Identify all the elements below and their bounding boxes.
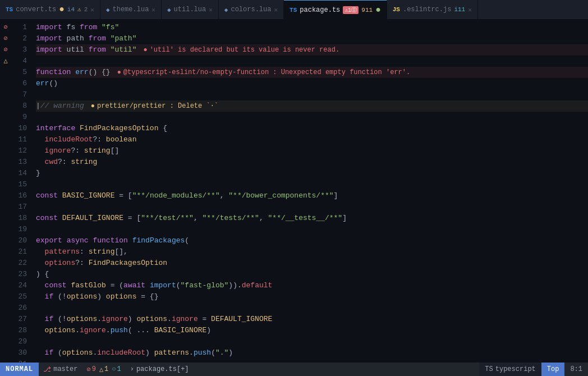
gutter-line-5: ⊘ [0, 44, 11, 56]
gutter-line-8: △ [0, 56, 11, 67]
line-num-5: 5 [11, 67, 31, 78]
code-editor[interactable]: import fs from "fs" import path from "pa… [31, 20, 588, 363]
line-num-17: 17 [11, 201, 31, 213]
warning-count: △ 1 [99, 365, 108, 374]
diag-line-8: ● prettier/prettier : Delete `·` [91, 100, 218, 112]
line-num-29: 29 [11, 336, 31, 347]
line-num-21: 21 [11, 246, 31, 258]
gutter-line-1: ⊘ [0, 22, 11, 33]
tab-close-icon[interactable]: ✕ [151, 6, 155, 13]
code-line-19 [36, 224, 588, 235]
branch-name: master [53, 365, 77, 373]
tab-eslintrc-js[interactable]: JS .eslintrc.js i11 ✕ [387, 0, 478, 20]
diag-line-3: ● 'util' is declared but its value is ne… [143, 44, 339, 56]
tab-label: colors.lua [231, 6, 271, 13]
line-num-24: 24 [11, 280, 31, 291]
tab-convert-ts[interactable]: TS convert.ts ● i4 ⚠ 2 ✕ [0, 0, 100, 20]
error-badge: ⚠1⓪ [343, 6, 359, 14]
code-line-23: ) { [36, 269, 588, 280]
error-count: ⊘ 9 [86, 365, 95, 374]
code-line-6: err() [36, 78, 588, 89]
tab-close-icon[interactable]: ✕ [209, 6, 213, 13]
tab-bar: TS convert.ts ● i4 ⚠ 2 ✕ ◆ theme.lua ✕ ◆… [0, 0, 588, 20]
line-num-28: 28 [11, 325, 31, 336]
code-line-22: options?: FindPackagesOption [36, 258, 588, 269]
warning-count: i4 [67, 6, 75, 13]
status-top: Top [541, 363, 565, 376]
code-line-26 [36, 302, 588, 314]
ts-status: TS typescript [479, 363, 541, 376]
line-num-25: 25 [11, 291, 31, 302]
line-num-19: 19 [11, 224, 31, 235]
code-line-9 [36, 112, 588, 123]
code-line-18: const DEFAULT_IGNORE = ["**/test/**", "*… [36, 213, 588, 224]
code-line-28: options.ignore.push( ... BASIC_IGNORE) [36, 325, 588, 336]
code-line-14: } [36, 168, 588, 179]
code-line-15 [36, 179, 588, 190]
code-line-31 [36, 359, 588, 363]
line-num-4: 4 [11, 56, 31, 67]
git-branch-icon: ⎇ [43, 365, 51, 374]
tab-theme-lua[interactable]: ◆ theme.lua ✕ [100, 0, 162, 20]
line-num-6: 6 [11, 78, 31, 89]
code-line-12: ignore?: string[] [36, 145, 588, 157]
status-path: › package.ts[+] [126, 365, 194, 373]
line-num-23: 23 [11, 269, 31, 280]
line-num-3: 3 [11, 44, 31, 56]
line-num-20: 20 [11, 235, 31, 246]
line-numbers: 1 2 3 4 5 6 7 8 9 10 11 12 13 14 15 16 1… [11, 20, 31, 363]
warning-icon: ⚠ [77, 7, 81, 13]
lua-lang-icon: ◆ [106, 6, 110, 13]
tab-close-icon[interactable]: ✕ [90, 6, 94, 13]
code-line-20: export async function findPackages( [36, 235, 588, 246]
line-num-1: 1 [11, 22, 31, 33]
line-num-8: 8 [11, 100, 31, 112]
line-num-31: 31 [11, 359, 31, 363]
ts-lang-icon: TS [290, 7, 297, 13]
tab-util-lua[interactable]: ◆ util.lua ✕ [162, 0, 219, 20]
tab-label: util.lua [174, 6, 206, 13]
line-num-11: 11 [11, 134, 31, 145]
tab-colors-lua[interactable]: ◆ colors.lua ✕ [219, 0, 284, 20]
line-num-10: 10 [11, 123, 31, 134]
ts-status-icon: TS [485, 365, 493, 373]
line-num-16: 16 [11, 190, 31, 201]
tab-close-icon[interactable]: ✕ [274, 6, 278, 13]
code-line-3: import util from "util" ● 'util' is decl… [36, 44, 588, 56]
line-num-27: 27 [11, 314, 31, 325]
tab-label: package.ts [300, 6, 340, 14]
number-2: 2 [84, 6, 88, 13]
code-line-1: import fs from "fs" [36, 22, 588, 33]
js-lang-icon: JS [393, 6, 400, 13]
code-line-11: includeRoot?: boolean [36, 134, 588, 145]
tab-label: convert.ts [16, 6, 56, 13]
line-num-9: 9 [11, 112, 31, 123]
tab-label: .eslintrc.js [403, 6, 451, 13]
line-num-18: 18 [11, 213, 31, 224]
code-line-4 [36, 56, 588, 67]
tab-package-ts[interactable]: TS package.ts ⚠1⓪ 911 ● [284, 0, 387, 20]
circle-icon: ○ [112, 365, 116, 373]
code-line-10: interface FindPackagesOption { [36, 123, 588, 134]
warning-count: 911 [361, 7, 373, 13]
status-right: TS typescript Top 8:1 [479, 363, 588, 376]
status-dot: ● [375, 5, 381, 15]
tab-label: theme.lua [113, 6, 149, 13]
line-num-2: 2 [11, 33, 31, 44]
code-line-5: function err() {} ● @typescript-eslint/n… [36, 67, 588, 78]
code-line-21: patterns: string[], [36, 246, 588, 258]
info-count: ○ 1 [112, 365, 121, 373]
status-bar: NORMAL ⎇ master ⊘ 9 △ 1 ○ 1 › package.ts… [0, 363, 588, 376]
tab-close-icon[interactable]: ✕ [468, 6, 472, 13]
gutter-line-3: ⊘ [0, 33, 11, 44]
cursor-position: 8:1 [564, 365, 588, 373]
editor-area: ⊘ ⊘ ⊘ △ 1 [0, 20, 588, 363]
code-line-29 [36, 336, 588, 347]
line-num-22: 22 [11, 258, 31, 269]
ts-lang-icon: TS [6, 6, 13, 13]
code-line-27: if (!options.ignore) options.ignore = DE… [36, 314, 588, 325]
dirty-indicator: ● [59, 5, 65, 14]
info-count: i11 [454, 6, 465, 13]
line-num-14: 14 [11, 168, 31, 179]
code-line-17 [36, 201, 588, 213]
